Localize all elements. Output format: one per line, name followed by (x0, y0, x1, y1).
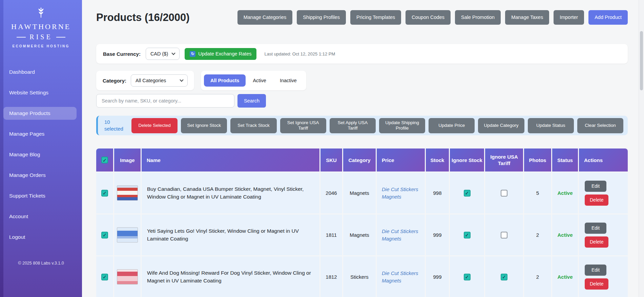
price-category-links[interactable]: Die Cut Stickers Magnets (382, 228, 421, 243)
header-button-group: Manage Categories Shipping Profiles Pric… (237, 10, 628, 25)
status-tab[interactable]: Inactive (273, 74, 303, 87)
product-price-cell: Die Cut Stickers Magnets (377, 256, 425, 297)
header-action-button[interactable]: Pricing Templates (350, 10, 401, 25)
sidebar-item[interactable]: Manage Pages (3, 128, 77, 140)
product-sku: 1812 (320, 256, 342, 297)
product-thumbnail[interactable] (117, 269, 138, 284)
vertical-scrollbar[interactable] (639, 0, 644, 297)
logo-title-rise: RISE (29, 33, 52, 41)
table-body: Buy Canadian, Canada USA Bumper Sticker,… (96, 173, 628, 297)
column-header-ignore-usa-tariff: Ignore USA Tariff (485, 148, 523, 172)
products-table: Image Name SKU Category Price Stock Igno… (96, 148, 628, 297)
row-select-cell (96, 256, 113, 297)
header-action-button[interactable]: Coupon Codes (406, 10, 451, 25)
category-select[interactable]: All Categories (131, 74, 188, 87)
product-thumbnail[interactable] (117, 227, 138, 243)
bulk-action-button[interactable]: Update Status (528, 118, 574, 133)
base-currency-label: Base Currency: (103, 51, 141, 57)
header-action-button[interactable]: Manage Taxes (505, 10, 549, 25)
bulk-action-button[interactable]: Update Shipping Profile (379, 118, 425, 133)
ignore-stock-checkbox[interactable] (464, 190, 471, 197)
product-sku: 2046 (320, 173, 342, 213)
update-exchange-rates-button[interactable]: ↻ Update Exchange Rates (185, 48, 256, 60)
sidebar-edge-strip (0, 0, 3, 297)
ignore-stock-cell (450, 256, 484, 297)
header-action-button[interactable]: Importer (554, 10, 584, 25)
sidebar-item[interactable]: Manage Products (3, 107, 77, 120)
sidebar-item[interactable]: Website Settings (3, 86, 77, 99)
bulk-action-button[interactable]: Set Ignore USA Tariff (280, 118, 326, 133)
row-checkbox[interactable] (101, 190, 108, 197)
update-exchange-rates-label: Update Exchange Rates (198, 51, 251, 57)
ignore-usa-tariff-checkbox[interactable] (501, 232, 507, 238)
base-currency-selected-value: CAD ($) (150, 51, 168, 56)
edit-button[interactable]: Edit (585, 265, 606, 276)
status-tab[interactable]: Active (246, 74, 273, 87)
bulk-action-button[interactable]: Update Category (478, 118, 524, 133)
row-checkbox[interactable] (101, 232, 108, 238)
delete-button[interactable]: Delete (585, 195, 608, 206)
header-action-button[interactable]: Sale Promotion (455, 10, 501, 25)
search-button[interactable]: Search (237, 94, 266, 108)
scrollbar-thumb[interactable] (640, 31, 643, 90)
sidebar-item[interactable]: Manage Orders (3, 169, 77, 182)
edit-button[interactable]: Edit (585, 181, 606, 192)
select-all-checkbox[interactable] (101, 157, 108, 163)
table-row: Wife And Dog Missing! Reward For Dog Vin… (96, 256, 628, 297)
ignore-stock-checkbox[interactable] (464, 274, 471, 280)
ignore-usa-tariff-checkbox[interactable] (501, 190, 507, 197)
product-price-cell: Die Cut Stickers Magnets (377, 214, 425, 255)
header-action-button[interactable]: Manage Categories (237, 10, 293, 25)
sidebar-item[interactable]: Logout (3, 231, 77, 244)
product-name: Buy Canadian, Canada USA Bumper Sticker,… (142, 173, 319, 213)
column-header-actions: Actions (579, 148, 628, 172)
page-title: Products (16/2000) (96, 12, 190, 24)
ignore-stock-checkbox[interactable] (464, 232, 471, 238)
base-currency-select[interactable]: CAD ($) (146, 48, 180, 60)
sidebar-item[interactable]: Manage Blog (3, 148, 77, 161)
column-header-photos: Photos (524, 148, 551, 172)
ignore-usa-tariff-checkbox[interactable] (501, 274, 507, 280)
row-actions-cell: Edit Delete (579, 173, 628, 213)
row-image-cell (114, 214, 141, 255)
bulk-action-button[interactable]: Set Apply USA Tariff (330, 118, 376, 133)
sidebar-item[interactable]: Account (3, 210, 77, 223)
bulk-action-button[interactable]: Set Ignore Stock (181, 118, 227, 133)
status-tab[interactable]: All Products (204, 74, 246, 87)
logo-title: HAWTHORNE (0, 22, 82, 31)
header-action-button[interactable]: Add Product (588, 10, 628, 25)
bulk-action-button[interactable]: Delete Selected (131, 118, 178, 133)
product-status: Active (552, 214, 578, 255)
column-header-status: Status (552, 148, 578, 172)
bulk-action-button[interactable]: Clear Selection (577, 118, 623, 133)
chevron-down-icon (180, 78, 183, 82)
header-action-button[interactable]: Shipping Profiles (297, 10, 346, 25)
category-label: Category: (103, 78, 126, 84)
product-thumbnail[interactable] (117, 185, 138, 201)
row-checkbox[interactable] (101, 274, 108, 280)
logo-dash-right (56, 37, 65, 38)
last-updated-text: Last updated: Oct 12, 2025 1:12 PM (264, 51, 335, 56)
product-photos-count: 2 (524, 256, 551, 297)
ignore-usa-tariff-cell (485, 173, 523, 213)
delete-button[interactable]: Delete (585, 236, 608, 248)
bulk-action-button[interactable]: Set Track Stock (230, 118, 276, 133)
sidebar-item[interactable]: Support Tickets (3, 189, 77, 202)
product-stock: 998 (426, 173, 449, 213)
price-category-links[interactable]: Die Cut Stickers Magnets (382, 186, 421, 201)
column-header-category: Category (343, 148, 376, 172)
search-row: Search (96, 94, 628, 108)
selected-count: 10 selected (102, 119, 128, 133)
bulk-action-button[interactable]: Update Price (429, 118, 475, 133)
search-input[interactable] (96, 94, 234, 108)
product-category: Magnets (343, 214, 376, 255)
logo-dash-left (17, 37, 26, 38)
edit-button[interactable]: Edit (585, 223, 606, 234)
sidebar-item[interactable]: Dashboard (3, 66, 77, 78)
price-category-links[interactable]: Die Cut Stickers Magnets (382, 270, 421, 284)
currency-bar: Base Currency: CAD ($) ↻ Update Exchange… (96, 44, 628, 64)
delete-button[interactable]: Delete (585, 278, 608, 290)
category-selected-value: All Categories (136, 78, 166, 83)
product-price-cell: Die Cut Stickers Magnets (377, 173, 425, 213)
ignore-stock-cell (450, 173, 484, 213)
